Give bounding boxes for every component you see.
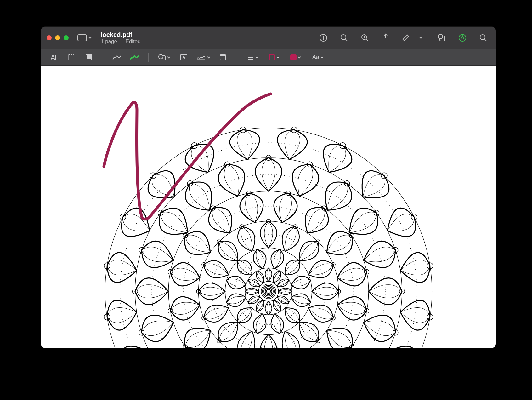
note-tool[interactable]	[216, 51, 230, 63]
draw-tool[interactable]	[127, 51, 141, 63]
chevron-down-icon	[167, 56, 170, 59]
traffic-lights	[47, 35, 69, 40]
border-color-tool[interactable]	[265, 51, 283, 63]
shapes-icon	[158, 54, 166, 61]
zoom-in-button[interactable]	[360, 33, 369, 42]
document-canvas[interactable]	[41, 65, 496, 348]
share-icon	[382, 33, 389, 42]
selection-rect-icon	[68, 54, 75, 61]
highlight-icon	[402, 34, 410, 42]
shapes-tool[interactable]	[156, 51, 173, 63]
text-cursor-icon	[50, 54, 57, 61]
svg-point-37	[258, 281, 279, 301]
sketch-icon	[112, 54, 121, 60]
rotate-icon	[438, 34, 446, 42]
separator	[148, 53, 149, 62]
zoom-out-button[interactable]	[340, 33, 348, 42]
svg-point-59	[212, 235, 325, 348]
svg-rect-0	[78, 35, 87, 41]
minimize-button[interactable]	[55, 35, 60, 40]
document-title: locked.pdf	[101, 31, 141, 38]
svg-point-17	[480, 35, 485, 40]
document-subtitle: 1 page — Edited	[101, 38, 141, 45]
redact-icon	[85, 54, 92, 61]
text-style-tool[interactable]: Aa	[308, 51, 328, 63]
title-block: locked.pdf 1 page — Edited	[101, 31, 141, 45]
markup-toolbar: Aa	[41, 49, 496, 65]
search-button[interactable]	[479, 33, 488, 42]
text-selection-tool[interactable]	[47, 51, 60, 63]
chevron-down-icon	[320, 56, 324, 59]
svg-line-9	[366, 39, 368, 41]
zoom-button[interactable]	[64, 35, 69, 40]
signature-icon	[196, 54, 206, 60]
shape-style-tool[interactable]	[244, 51, 262, 63]
svg-line-6	[345, 39, 347, 41]
svg-point-32	[262, 285, 274, 297]
chevron-down-icon	[207, 56, 210, 59]
sketch-tool[interactable]	[110, 51, 124, 63]
toolbar-right	[319, 33, 490, 42]
svg-rect-22	[87, 55, 91, 59]
chevron-down-icon	[276, 56, 280, 59]
info-icon	[319, 34, 327, 42]
svg-point-24	[159, 54, 163, 59]
svg-rect-15	[439, 35, 442, 38]
separator	[103, 53, 103, 62]
svg-point-3	[323, 36, 324, 37]
rotate-button[interactable]	[437, 33, 446, 42]
preview-window: locked.pdf 1 page — Edited	[41, 27, 496, 348]
text-box-icon	[180, 54, 188, 61]
redact-tool[interactable]	[82, 51, 96, 63]
markup-button[interactable]	[458, 33, 467, 42]
highlight-button[interactable]	[402, 33, 411, 42]
note-icon	[219, 54, 226, 60]
chevron-down-icon	[255, 56, 258, 59]
share-button[interactable]	[381, 33, 390, 42]
highlight-menu[interactable]	[416, 33, 425, 42]
text-style-label: Aa	[312, 54, 319, 60]
rectangular-selection-tool[interactable]	[64, 51, 78, 63]
chevron-down-icon	[298, 56, 301, 59]
fill-color-tool[interactable]	[287, 51, 304, 63]
draw-icon	[130, 54, 139, 60]
svg-point-36	[261, 284, 276, 299]
user-sketch	[94, 91, 290, 226]
sign-tool[interactable]	[195, 51, 212, 63]
chevron-down-icon	[419, 36, 423, 40]
fill-color-swatch	[290, 54, 297, 60]
search-icon	[479, 34, 487, 42]
info-button[interactable]	[319, 33, 328, 42]
markup-icon	[458, 34, 467, 42]
svg-point-34	[266, 289, 270, 294]
svg-rect-28	[220, 55, 226, 56]
text-tool[interactable]	[177, 51, 191, 63]
svg-point-77	[183, 206, 354, 348]
svg-rect-20	[68, 54, 74, 60]
sidebar-view-menu[interactable]	[77, 34, 92, 42]
line-weight-icon	[247, 55, 254, 60]
close-button[interactable]	[47, 35, 52, 40]
separator	[237, 53, 237, 62]
border-color-swatch	[269, 54, 275, 60]
svg-point-39	[252, 275, 285, 308]
chevron-down-icon	[88, 36, 92, 40]
sidebar-icon	[77, 34, 87, 42]
svg-line-18	[484, 39, 486, 41]
zoom-out-icon	[340, 34, 348, 42]
titlebar: locked.pdf 1 page — Edited	[41, 27, 496, 49]
zoom-in-icon	[361, 34, 369, 42]
